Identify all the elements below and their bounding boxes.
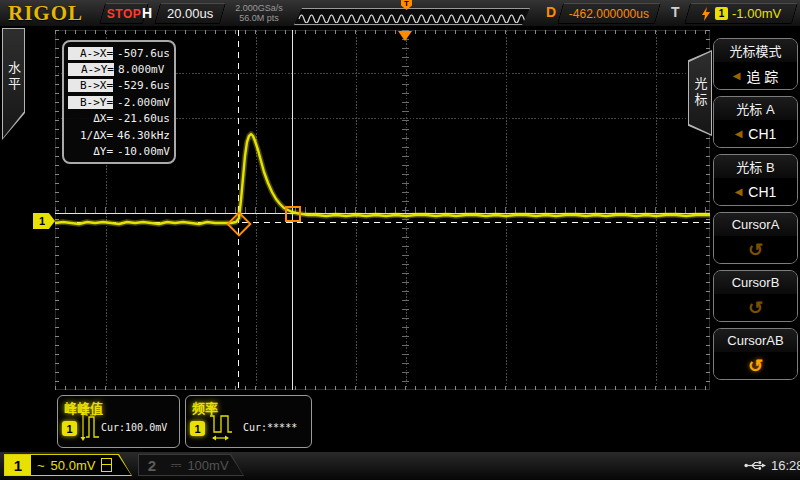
meas-cur: Cur:100.0mV xyxy=(101,422,167,434)
trigger-position-marker-icon xyxy=(398,31,412,41)
sample-rate-value: 2.000GSa/s xyxy=(224,3,294,13)
menu-button-title: 光标模式 xyxy=(714,39,797,62)
readout-label: B->Y= xyxy=(68,96,113,109)
readout-value: 8.000mV xyxy=(118,63,164,76)
readout-label: A->Y= xyxy=(68,63,114,76)
readout-label: A->X= xyxy=(68,47,113,60)
horizontal-label: H xyxy=(142,5,152,21)
menu-button-title: 光标 B xyxy=(714,155,797,178)
left-arrow-icon: ◀ xyxy=(735,186,743,197)
channel2-tab[interactable]: 2 ⎓ 100mV xyxy=(138,454,244,476)
cursor-b-horizontal-line xyxy=(55,213,710,214)
rotate-knob-icon: ↺ xyxy=(748,241,763,259)
measurement-vpp-box: 峰峰值 1 Cur:100.0mV Avg:104.0mV Min:100.0m… xyxy=(57,395,180,448)
readout-label: 1/ΔX= xyxy=(68,129,113,142)
channel2-scale: 100mV xyxy=(187,458,228,473)
trigger-level-value: -1.00mV xyxy=(732,6,781,21)
menu-button-value: 追 踪 xyxy=(746,66,778,86)
top-status-bar: RIGOL STOP H 20.00us 2.000GSa/s 56.0M pt… xyxy=(0,0,800,26)
clock-area: 16:28 xyxy=(744,458,800,473)
timebase-value: 20.00us xyxy=(167,6,213,21)
readout-value: 46.30kHz xyxy=(117,129,170,142)
oscilloscope-screen: RIGOL STOP H 20.00us 2.000GSa/s 56.0M pt… xyxy=(0,0,800,480)
menu-button-cursor-mode[interactable]: 光标模式 ◀追 踪 xyxy=(713,38,798,90)
channel2-number: 2 xyxy=(139,455,165,475)
channel1-number: 1 xyxy=(5,455,31,475)
menu-button-value: CH1 xyxy=(748,126,776,142)
tab-horizontal-label: 水平 xyxy=(3,29,24,139)
trigger-source-badge: 1 xyxy=(715,7,728,20)
menu-button-cursor-a[interactable]: CursorA ↺ xyxy=(713,212,798,264)
channel1-ground-marker: 1 xyxy=(33,213,55,229)
menu-button-title: CursorAB xyxy=(714,329,797,352)
memory-waveform-icon xyxy=(297,10,527,23)
memory-position-bar xyxy=(294,8,530,25)
vpp-measure-icon xyxy=(80,410,100,442)
channel1-scale: 50.0mV xyxy=(51,458,96,473)
readout-value: -507.6us xyxy=(117,47,170,60)
menu-button-value: CH1 xyxy=(748,184,776,200)
graticule-top-ticks xyxy=(55,30,710,34)
cursor-b-track-marker xyxy=(285,206,301,222)
readout-label: ΔX= xyxy=(68,112,113,125)
frequency-measure-icon xyxy=(208,410,234,442)
channel1-coupling: ~ xyxy=(37,458,45,473)
trigger-slope-icon xyxy=(701,7,711,21)
channel2-coupling: ⎓ xyxy=(171,457,181,473)
usb-icon xyxy=(744,460,766,471)
brand-logo: RIGOL xyxy=(8,1,83,26)
readout-value: -529.6us xyxy=(117,79,170,92)
channel1-tab[interactable]: 1 ~ 50.0mV xyxy=(4,454,132,476)
menu-button-cursor-b-source[interactable]: 光标 B ◀CH1 xyxy=(713,154,798,206)
rotate-knob-icon: ↺ xyxy=(748,357,763,375)
channel1-badge: 1 xyxy=(62,421,77,436)
tab-cursor: 光标 xyxy=(688,50,712,136)
menu-button-cursor-b[interactable]: CursorB ↺ xyxy=(713,270,798,322)
horizontal-offset-value: -462.000000us xyxy=(569,7,649,21)
menu-button-title: 光标 A xyxy=(714,97,797,120)
bandwidth-limit-icon xyxy=(101,458,112,472)
sample-rate-readout: 2.000GSa/s 56.0M pts xyxy=(224,3,294,23)
trigger-info-readout: 1 -1.00mV xyxy=(684,3,798,24)
readout-label: B->X= xyxy=(68,79,113,92)
trigger-label: T xyxy=(671,4,680,20)
readout-value: -2.000mV xyxy=(117,96,170,109)
left-arrow-icon: ◀ xyxy=(733,70,741,81)
memory-depth-value: 56.0M pts xyxy=(224,13,294,23)
menu-button-title: CursorA xyxy=(714,213,797,236)
meas-cur: Cur:***** xyxy=(243,422,297,434)
readout-value: -21.60us xyxy=(117,112,170,125)
measurement-freq-box: 频率 1 Cur:***** Avg:***** Min:***** Max:*… xyxy=(185,395,312,448)
timebase-readout: 20.00us xyxy=(154,3,226,24)
cursor-readout-panel: A->X=-507.6us A->Y=8.000mV B->X=-529.6us… xyxy=(62,40,176,164)
readout-label: ΔY= xyxy=(68,145,113,158)
tab-cursor-label: 光标 xyxy=(689,51,711,135)
readout-value: -10.00mV xyxy=(117,145,170,158)
delay-label: D xyxy=(546,4,556,20)
channel1-badge: 1 xyxy=(190,421,205,436)
menu-button-cursor-ab[interactable]: CursorAB ↺ xyxy=(713,328,798,380)
graticule-bottom-ticks xyxy=(55,386,710,390)
left-arrow-icon: ◀ xyxy=(735,128,743,139)
rotate-knob-icon: ↺ xyxy=(748,299,763,317)
tab-horizontal: 水平 xyxy=(2,28,25,140)
cursor-a-horizontal-line xyxy=(55,222,710,223)
bottom-channel-bar: 1 ~ 50.0mV 2 ⎓ 100mV xyxy=(0,452,800,480)
horizontal-offset-readout: -462.000000us xyxy=(557,3,661,24)
menu-button-title: CursorB xyxy=(714,271,797,294)
menu-button-cursor-a-source[interactable]: 光标 A ◀CH1 xyxy=(713,96,798,148)
clock-time: 16:28 xyxy=(771,458,800,473)
run-state-label: STOP xyxy=(107,7,141,21)
